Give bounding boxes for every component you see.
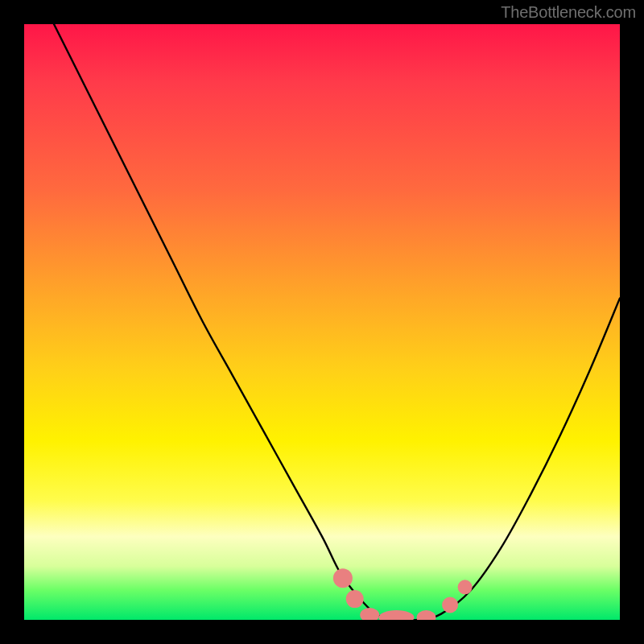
marker-point (458, 580, 473, 594)
watermark-text: TheBottleneck.com (501, 3, 636, 22)
marker-point (379, 610, 415, 620)
plot-area (24, 24, 620, 620)
marker-point (417, 610, 436, 620)
marker-point (360, 608, 379, 620)
bottleneck-curve (54, 24, 620, 620)
chart-container: TheBottleneck.com (0, 0, 644, 644)
marker-point (442, 597, 458, 613)
highlighted-points (333, 568, 473, 620)
marker-point (333, 568, 353, 588)
marker-point (346, 590, 364, 608)
curve-svg (24, 24, 620, 620)
